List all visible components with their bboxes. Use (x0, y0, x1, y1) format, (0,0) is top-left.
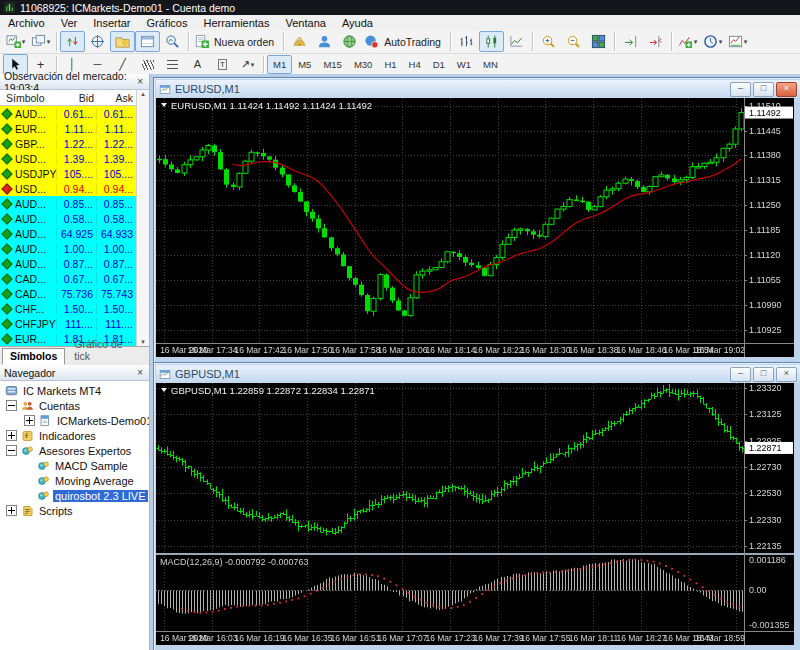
autotrading-button[interactable]: AutoTrading (362, 31, 447, 52)
market-watch-toggle[interactable] (60, 31, 85, 52)
timeframe-h4[interactable]: H4 (403, 55, 427, 74)
dropdown-caret-icon: ▾ (694, 38, 698, 46)
eurusd-chart-window[interactable]: EURUSD,M1 – □ × (153, 77, 800, 366)
periods-button[interactable]: ▾ (700, 31, 725, 52)
gbpusd-chart-canvas[interactable] (156, 383, 794, 645)
tree-item-scripts[interactable]: Scripts (0, 503, 149, 518)
zoom-out-button[interactable] (561, 31, 586, 52)
menu-archivo[interactable]: Archivo (0, 15, 53, 30)
gbpusd-window-titlebar[interactable]: GBPUSD,M1 – □ × (156, 365, 800, 383)
tab-grafico-de-tick[interactable]: Gráfico de tick (66, 336, 149, 365)
market-watch-row[interactable]: AUD...0.61...0.61... (0, 106, 136, 121)
market-watch-row[interactable]: CAD...75.73675.743 (0, 286, 136, 301)
auto-scroll-button[interactable] (618, 31, 643, 52)
symbol-cell: AUD... (15, 243, 56, 255)
market-watch-row[interactable]: AUD...64.92564.933 (0, 226, 136, 241)
column-header-symbol[interactable]: Símbolo (0, 92, 58, 104)
column-header-ask[interactable]: Ask (97, 92, 136, 104)
market-watch-row[interactable]: CHFJPY111....111.... (0, 316, 136, 331)
tab-simbolos[interactable]: Símbolos (2, 348, 65, 365)
up-arrow-icon (1, 333, 12, 344)
restore-button[interactable]: □ (753, 82, 774, 97)
new-chart-button[interactable]: ▾ (3, 31, 28, 52)
tree-item-quirosbot[interactable]: quirosbot 2.3 LIVE (0, 488, 149, 503)
timeframe-d1[interactable]: D1 (427, 55, 451, 74)
navigator-close-icon[interactable]: × (135, 367, 145, 378)
text-tool[interactable]: A (185, 54, 210, 75)
market-button[interactable] (287, 31, 312, 52)
tree-item-asesores-expertos[interactable]: Asesores Expertos (0, 443, 149, 458)
market-watch-scrollbar[interactable]: ▲ ▼ (136, 90, 149, 346)
close-button[interactable]: × (776, 367, 797, 382)
zoom-in-button[interactable] (536, 31, 561, 52)
tree-item-icmarkets-demo01[interactable]: ICMarkets-Demo01 (0, 413, 149, 428)
timeframe-w1[interactable]: W1 (451, 55, 477, 74)
scroll-up-icon[interactable]: ▲ (140, 91, 146, 97)
market-watch-row[interactable]: AUD...0.85...0.85... (0, 196, 136, 211)
line-chart-type-button[interactable] (504, 31, 529, 52)
tile-windows-button[interactable] (586, 31, 611, 52)
market-watch-row[interactable]: CHF...1.50...1.50... (0, 301, 136, 316)
timeframe-m1[interactable]: M1 (267, 55, 292, 74)
expand-plus-icon[interactable] (6, 430, 17, 441)
candlestick-chart-type-button[interactable] (479, 31, 504, 52)
channel-tool[interactable] (160, 54, 185, 75)
ask-cell: 1.50... (96, 303, 136, 315)
community-button[interactable] (312, 31, 337, 52)
menu-herramientas[interactable]: Herramientas (195, 15, 277, 30)
market-watch-row[interactable]: USD...1.39...1.39... (0, 151, 136, 166)
timeframe-m30[interactable]: M30 (348, 55, 378, 74)
market-watch-close-icon[interactable]: × (135, 76, 145, 87)
gbpusd-chart-window[interactable]: GBPUSD,M1 – □ × (153, 362, 800, 650)
strategy-tester-button[interactable] (160, 31, 185, 52)
tree-item-indicadores[interactable]: Indicadores (0, 428, 149, 443)
menu-ayuda[interactable]: Ayuda (334, 15, 381, 30)
column-header-bid[interactable]: Bid (58, 92, 97, 104)
market-watch-row[interactable]: CAD...0.67...0.67... (0, 271, 136, 286)
templates-button[interactable]: ▾ (725, 31, 750, 52)
market-watch-row[interactable]: AUD...1.00...1.00... (0, 241, 136, 256)
market-watch-row[interactable]: AUD...0.87...0.87... (0, 256, 136, 271)
text-label-tool[interactable]: T (210, 54, 235, 75)
navigator-toggle[interactable] (110, 31, 135, 52)
market-watch-row[interactable]: USDJPY105....105.... (0, 166, 136, 181)
expand-plus-icon[interactable] (24, 415, 35, 426)
timeframe-mn[interactable]: MN (477, 55, 504, 74)
tree-item-macd-sample[interactable]: MACD Sample (0, 458, 149, 473)
market-watch-row[interactable]: AUD...0.58...0.58... (0, 211, 136, 226)
bid-cell: 0.94... (56, 183, 96, 195)
profiles-button[interactable]: ▾ (28, 31, 53, 52)
bar-chart-type-button[interactable] (454, 31, 479, 52)
arrows-tool[interactable]: ↗ ▾ (235, 54, 260, 75)
data-window-button[interactable] (85, 31, 110, 52)
eurusd-chart-canvas[interactable] (156, 98, 794, 357)
market-watch-row[interactable]: EUR...1.11...1.11... (0, 121, 136, 136)
expand-plus-icon[interactable] (6, 505, 17, 516)
fibonacci-tool[interactable] (135, 54, 160, 75)
chart-shift-button[interactable] (643, 31, 668, 52)
auto-scroll-icon (623, 34, 638, 49)
timeframe-m5[interactable]: M5 (292, 55, 317, 74)
news-button[interactable] (337, 31, 362, 52)
menu-graficos[interactable]: Gráficos (139, 15, 196, 30)
minimize-button[interactable]: – (730, 82, 751, 97)
timeframe-m15[interactable]: M15 (317, 55, 347, 74)
collapse-minus-icon[interactable] (6, 445, 17, 456)
terminal-toggle[interactable] (135, 31, 160, 52)
market-watch-row[interactable]: GBP...1.22...1.22... (0, 136, 136, 151)
eurusd-window-titlebar[interactable]: EURUSD,M1 – □ × (156, 80, 800, 98)
menu-ver[interactable]: Ver (53, 15, 86, 30)
new-order-button[interactable]: Nueva orden (192, 31, 280, 52)
indicators-button[interactable]: ▾ (675, 31, 700, 52)
restore-button[interactable]: □ (753, 367, 774, 382)
market-watch-row[interactable]: USD...0.94...0.94... (0, 181, 136, 196)
minimize-button[interactable]: – (730, 367, 751, 382)
menu-insertar[interactable]: Insertar (85, 15, 138, 30)
collapse-minus-icon[interactable] (6, 400, 17, 411)
tree-item-moving-average[interactable]: Moving Average (0, 473, 149, 488)
tree-item-ic-markets-mt4[interactable]: IC Markets MT4 (0, 383, 149, 398)
close-button[interactable]: × (776, 82, 797, 97)
menu-ventana[interactable]: Ventana (278, 15, 334, 30)
timeframe-h1[interactable]: H1 (378, 55, 402, 74)
tree-item-cuentas[interactable]: Cuentas (0, 398, 149, 413)
